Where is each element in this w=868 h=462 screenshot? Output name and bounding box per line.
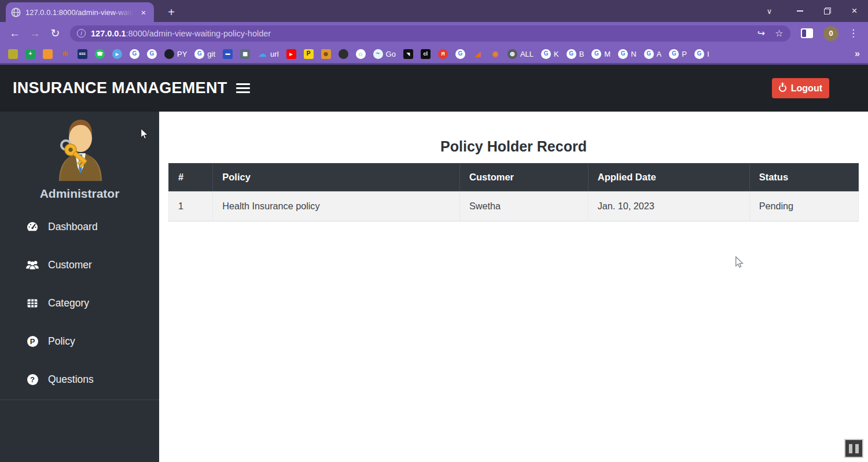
window-controls: ∨ × [756,0,868,22]
bookmark-google[interactable]: GP [669,49,687,59]
bookmark-youtube[interactable]: ▶ [286,49,296,59]
bookmark-ring[interactable]: ○ [356,49,366,59]
maximize-button[interactable] [814,0,841,22]
browser-tab[interactable]: 127.0.0.1:8000/admin-view-waiting-policy… [6,2,154,22]
sidebar-item-policy[interactable]: P Policy [0,322,159,360]
browser-menu-kebab-icon[interactable]: ⋮ [844,25,862,42]
bookmark-cart[interactable] [339,49,348,59]
bookmark-google[interactable]: G [130,49,139,59]
bookmark-bird[interactable]: ◥ [403,49,413,59]
address-bar[interactable]: i 127.0.0.1:8000/admin-view-waiting-poli… [70,25,790,42]
bookmark-marker[interactable] [8,49,18,59]
side-panel-icon[interactable] [801,28,813,38]
hamburger-menu-icon[interactable] [236,83,250,94]
camera-orange-icon [43,49,53,59]
bookmark-github[interactable]: PY [164,49,187,59]
calendar-icon: ▦ [240,49,250,59]
bookmark-google[interactable]: Ggit [194,49,215,59]
tab-search-chevron-icon[interactable]: ∨ [756,0,783,22]
telegram-icon: ▶ [112,49,122,59]
bookmark-calendar[interactable]: ▦ [240,49,250,59]
google-icon: G [194,49,204,59]
administrator-avatar [42,116,117,184]
question-circle-icon: ? [26,374,39,385]
bookmark-label: PY [177,50,187,58]
profile-avatar[interactable]: 0 [823,26,838,41]
share-icon[interactable]: ↪ [752,25,770,42]
cell-applied-date: Jan. 10, 2023 [588,191,749,221]
bookmark-star-icon[interactable]: ☆ [770,25,788,42]
bookmark-p-badge[interactable]: P [304,49,314,59]
bookmark-google[interactable]: GK [541,49,559,59]
sidebar-item-questions[interactable]: ? Questions [0,360,159,398]
bookmark-clever[interactable]: cl [421,49,431,59]
browser-toolbar: ← → ↻ i 127.0.0.1:8000/admin-view-waitin… [0,22,868,45]
reload-button[interactable]: ↻ [46,25,64,42]
table-header-row: # Policy Customer Applied Date Status [169,164,859,191]
bookmark-label: P [682,50,687,58]
bookmark-google[interactable]: GN [618,49,636,59]
cell-status: Pending [749,191,858,221]
bookmark-analytics[interactable]: ılı [60,49,70,59]
close-button[interactable]: × [841,0,868,22]
whatsapp-icon: ☎ [95,49,105,59]
page-info-icon[interactable]: i [77,29,86,38]
bookmark-globe-all[interactable]: ⊕ALL [507,49,534,59]
bookmark-cloud-url[interactable]: ☁url [258,49,278,59]
globe-all-icon: ⊕ [507,49,517,59]
back-button[interactable]: ← [6,25,24,42]
booking-icon: ▬ [223,49,233,59]
bookmark-yandex[interactable]: Я [438,49,448,59]
sidebar-item-dashboard[interactable]: Dashboard [0,208,159,246]
bookmark-google[interactable]: GM [591,49,610,59]
bookmark-google[interactable]: G [455,49,465,59]
google-icon: G [147,49,157,59]
logout-label: Logout [791,83,822,94]
bookmark-booking[interactable]: ▬ [223,49,233,59]
bookmark-go-swirl[interactable]: ~Go [373,49,396,59]
ring-icon: ○ [356,49,366,59]
minimize-button[interactable] [786,0,814,22]
go-swirl-icon: ~ [373,49,383,59]
sidebar-item-category[interactable]: Category [0,284,159,322]
tab-title: 127.0.0.1:8000/admin-view-waiting-policy… [25,8,134,17]
recorder-pause-button[interactable] [844,439,863,458]
new-tab-button[interactable]: + [164,5,179,20]
bookmark-google[interactable]: G [147,49,157,59]
bookmark-label: B [579,50,584,58]
col-number: # [169,164,213,191]
bookmark-telegram[interactable]: ▶ [112,49,122,59]
bookmark-google[interactable]: GB [567,49,584,59]
bookmark-label: M [604,50,610,58]
bookmark-label: K [554,50,559,58]
logout-button[interactable]: Logout [772,78,829,98]
bookmark-sheets[interactable]: + [25,49,35,59]
bookmark-google[interactable]: GI [694,49,709,59]
bookmark-movie-camera[interactable]: ◉ [321,49,331,59]
sidebar-item-label: Customer [48,259,92,271]
forward-button[interactable]: → [26,25,44,42]
ieee-icon: IEEE [78,49,87,59]
bookmarks-overflow-icon[interactable]: » [849,49,860,59]
policy-p-circle-icon: P [26,336,39,347]
sidebar: Administrator Dashboard [0,112,159,462]
tab-close-icon[interactable]: × [138,7,149,17]
table-icon [26,299,39,308]
table-row: 1 Health Insurance policy Swetha Jan. 10… [169,191,859,221]
bookmark-eye[interactable]: ◉ [490,49,500,59]
sidebar-item-customer[interactable]: Customer [0,246,159,284]
minimize-icon [797,10,803,12]
google-icon: G [669,49,679,59]
main-content: Policy Holder Record # Policy Customer A… [159,112,868,462]
sidebar-item-label: Category [48,297,89,309]
movie-camera-icon: ◉ [321,49,331,59]
url-host: 127.0.0.1 [91,29,126,38]
bookmark-ieee[interactable]: IEEE [78,49,87,59]
bookmark-google[interactable]: GA [644,49,662,59]
bookmark-camera-orange[interactable] [43,49,53,59]
bookmark-whatsapp[interactable]: ☎ [95,49,105,59]
marker-icon [8,49,18,59]
google-icon: G [618,49,628,59]
bookmark-matlab[interactable]: ◢ [473,49,483,59]
cell-policy: Health Insurance policy [213,191,460,221]
